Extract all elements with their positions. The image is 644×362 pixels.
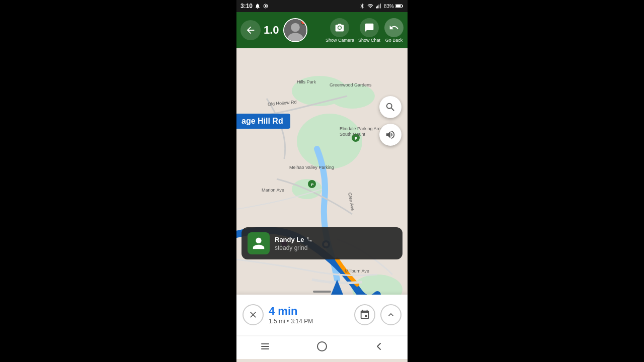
svg-rect-29 (261, 348, 269, 349)
svg-rect-4 (378, 5, 379, 9)
android-menu-button[interactable] (259, 340, 271, 354)
svg-rect-28 (261, 346, 269, 347)
status-bar: 3:10 83% (236, 0, 408, 12)
back-button[interactable] (240, 20, 261, 40)
svg-point-10 (291, 23, 300, 32)
notification-icon (255, 3, 261, 9)
trip-duration: 4 min (269, 305, 349, 318)
search-icon (385, 102, 396, 113)
caller-thumbnail (283, 18, 307, 42)
android-back-icon (373, 340, 385, 352)
show-camera-label: Show Camera (326, 38, 354, 43)
notification-name: Randy Le (275, 236, 396, 243)
undo-icon (389, 23, 399, 33)
trip-eta: 3:14 PM (291, 318, 313, 325)
elmdale-label: Elmdale Parking Area, South Mount (340, 126, 385, 137)
notification-popup: Randy Le steady grind (242, 227, 403, 259)
bluetooth-icon (359, 3, 365, 9)
hills-park-label: Hills Park (297, 79, 316, 84)
time-display: 3:10 (240, 3, 253, 10)
distance-badge: 1.0 (264, 24, 279, 37)
svg-rect-27 (261, 343, 269, 344)
caller-name-text: Randy Le (275, 236, 304, 243)
go-back-label: Go Back (385, 38, 403, 43)
go-back-button[interactable]: Go Back (384, 18, 404, 43)
expand-button[interactable] (380, 304, 401, 325)
search-button[interactable] (379, 96, 401, 118)
screen-record-icon (263, 3, 269, 9)
trip-info: 4 min 1.5 mi • 3:14 PM (269, 305, 349, 325)
map-area: P P Hills Park Greenwood Gardens Elmdale… (236, 48, 408, 295)
meihao-label: Meihao Valley Parking (289, 165, 334, 170)
svg-rect-8 (396, 5, 400, 8)
trip-details: 1.5 mi • 3:14 PM (269, 318, 349, 325)
phone-container: 3:10 83% 1.0 (236, 0, 408, 362)
svg-point-15 (297, 114, 362, 169)
android-nav-bar (236, 335, 408, 359)
android-home-icon (316, 340, 328, 352)
show-chat-button[interactable]: Show Chat (358, 18, 380, 43)
status-icons: 83% (359, 3, 404, 9)
bottom-bar: 4 min 1.5 mi • 3:14 PM (236, 295, 408, 335)
camera-icon (335, 23, 345, 33)
greenwood-label: Greenwood Gardens (330, 82, 372, 87)
battery-percent: 83% (384, 4, 394, 9)
notification-message: steady grind (275, 244, 396, 251)
svg-text:P: P (311, 183, 314, 187)
trip-distance: 1.5 mi (269, 318, 285, 325)
cancel-icon (248, 310, 258, 320)
android-back-button[interactable] (373, 340, 385, 354)
show-camera-button[interactable]: Show Camera (326, 18, 354, 43)
route-icon (359, 309, 370, 320)
wifi-icon (367, 3, 374, 9)
go-back-icon-circle (384, 18, 404, 37)
chat-icon-circle (360, 18, 379, 37)
signal-icon (375, 3, 382, 9)
status-time: 3:10 (240, 3, 269, 10)
svg-point-30 (317, 342, 327, 351)
recording-dot (301, 20, 306, 25)
battery-icon (395, 4, 404, 9)
person-icon (252, 236, 266, 250)
nav-indicator (313, 291, 331, 293)
street-label: age Hill Rd (236, 114, 290, 129)
svg-rect-2 (376, 7, 377, 9)
svg-rect-5 (380, 4, 381, 9)
svg-rect-7 (403, 5, 403, 7)
navigation-bar: 1.0 Show Camera (236, 12, 408, 48)
expand-icon (386, 310, 396, 320)
notification-avatar (248, 232, 270, 254)
cancel-button[interactable] (243, 304, 264, 325)
notification-content: Randy Le steady grind (275, 236, 396, 251)
trip-separator: • (287, 318, 291, 325)
show-chat-label: Show Chat (358, 38, 380, 43)
chat-icon (364, 23, 374, 33)
phone-icon (306, 236, 312, 242)
android-home-button[interactable] (316, 340, 328, 354)
volume-button[interactable] (379, 124, 401, 146)
nav-controls-group: Show Camera Show Chat Go Back (326, 18, 404, 43)
route-options-button[interactable] (354, 304, 375, 325)
camera-icon-circle (330, 18, 349, 37)
volume-icon (385, 129, 396, 140)
svg-rect-3 (377, 6, 378, 9)
android-menu-icon (259, 340, 271, 352)
svg-point-1 (265, 5, 267, 7)
marion-ave-label: Marion Ave (262, 188, 284, 193)
millburn-ave-label: Millburn Ave (345, 268, 369, 274)
